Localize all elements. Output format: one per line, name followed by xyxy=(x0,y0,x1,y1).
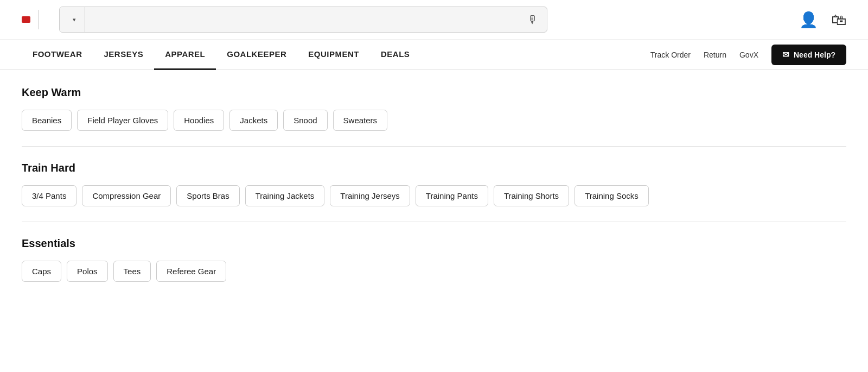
chip-3-4-pants[interactable]: 3/4 Pants xyxy=(22,185,76,206)
envelope-icon: ✉ xyxy=(782,50,789,60)
chip-caps[interactable]: Caps xyxy=(22,261,61,282)
search-bar: ▾ 🎙 xyxy=(59,7,547,33)
search-category-dropdown[interactable]: ▾ xyxy=(60,7,85,32)
chip-tees[interactable]: Tees xyxy=(113,261,151,282)
nav-item-apparel[interactable]: APPAREL xyxy=(154,40,216,70)
chip-training-shorts[interactable]: Training Shorts xyxy=(494,185,569,206)
nav-left: FOOTWEARJERSEYSAPPARELGOALKEEPEREQUIPMEN… xyxy=(22,40,650,70)
chip-training-socks[interactable]: Training Socks xyxy=(575,185,649,206)
nav-link-govx[interactable]: GovX xyxy=(739,51,758,59)
chip-training-pants[interactable]: Training Pants xyxy=(416,185,488,206)
nav-item-footwear[interactable]: FOOTWEAR xyxy=(22,40,93,70)
nav-item-equipment[interactable]: EQUIPMENT xyxy=(297,40,370,70)
chip-sports-bras[interactable]: Sports Bras xyxy=(176,185,239,206)
header-actions: 👤 🛍 xyxy=(799,11,846,29)
section-title-train-hard: Train Hard xyxy=(22,162,846,174)
section-essentials: EssentialsCapsPolosTeesReferee Gear xyxy=(22,237,846,282)
nav-right: Track OrderReturnGovX✉Need Help? xyxy=(650,45,846,65)
chip-beanies[interactable]: Beanies xyxy=(22,110,72,131)
microphone-icon[interactable]: 🎙 xyxy=(519,14,547,26)
chip-jackets[interactable]: Jackets xyxy=(229,110,278,131)
nav-item-jerseys[interactable]: JERSEYS xyxy=(93,40,155,70)
logo-divider xyxy=(38,10,39,29)
logo[interactable] xyxy=(22,10,46,29)
chip-training-jackets[interactable]: Training Jackets xyxy=(245,185,325,206)
chip-hoodies[interactable]: Hoodies xyxy=(174,110,224,131)
section-title-essentials: Essentials xyxy=(22,237,846,250)
section-title-keep-warm: Keep Warm xyxy=(22,86,846,99)
section-divider-1 xyxy=(22,222,846,222)
chip-training-jerseys[interactable]: Training Jerseys xyxy=(330,185,410,206)
chips-train-hard: 3/4 PantsCompression GearSports BrasTrai… xyxy=(22,185,846,206)
chip-field-player-gloves[interactable]: Field Player Gloves xyxy=(77,110,168,131)
chips-essentials: CapsPolosTeesReferee Gear xyxy=(22,261,846,282)
section-divider-0 xyxy=(22,146,846,147)
chip-compression-gear[interactable]: Compression Gear xyxy=(82,185,171,206)
chip-snood[interactable]: Snood xyxy=(283,110,327,131)
account-icon[interactable]: 👤 xyxy=(799,11,818,29)
nav-link-return[interactable]: Return xyxy=(704,51,726,59)
search-input[interactable] xyxy=(94,7,519,32)
need-help-button[interactable]: ✉Need Help? xyxy=(771,45,846,65)
chips-keep-warm: BeaniesField Player GlovesHoodiesJackets… xyxy=(22,110,846,131)
chip-polos[interactable]: Polos xyxy=(67,261,108,282)
header: ▾ 🎙 👤 🛍 xyxy=(0,0,868,40)
cart-icon[interactable]: 🛍 xyxy=(831,11,846,29)
nav-link-track-order[interactable]: Track Order xyxy=(650,51,691,59)
chip-referee-gear[interactable]: Referee Gear xyxy=(156,261,226,282)
main-nav: FOOTWEARJERSEYSAPPARELGOALKEEPEREQUIPMEN… xyxy=(0,40,868,70)
logo-icon xyxy=(22,16,30,23)
nav-item-goalkeeper[interactable]: GOALKEEPER xyxy=(216,40,297,70)
section-train-hard: Train Hard3/4 PantsCompression GearSport… xyxy=(22,162,846,206)
section-keep-warm: Keep WarmBeaniesField Player GlovesHoodi… xyxy=(22,86,846,131)
main-content: Keep WarmBeaniesField Player GlovesHoodi… xyxy=(0,70,868,308)
nav-item-deals[interactable]: DEALS xyxy=(370,40,420,70)
chevron-down-icon: ▾ xyxy=(73,16,76,23)
chip-sweaters[interactable]: Sweaters xyxy=(333,110,388,131)
need-help-label: Need Help? xyxy=(794,51,835,59)
